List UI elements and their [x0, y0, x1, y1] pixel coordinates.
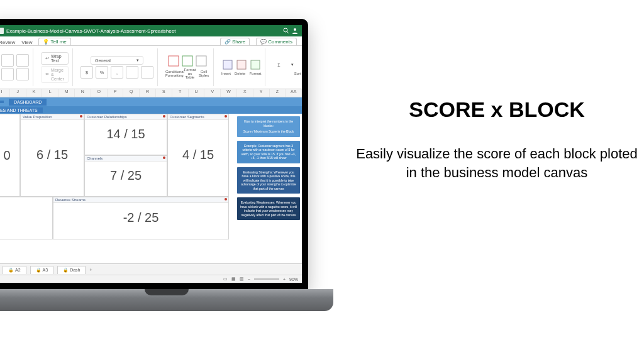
col-h[interactable]: M [58, 89, 75, 97]
column-headers[interactable]: IJKLMNOPQRSTUVWXYZAA [0, 89, 302, 97]
block-value-proposition[interactable]: Value Proposition 6 / 15 [20, 114, 84, 197]
comma-button[interactable]: , [111, 66, 123, 79]
tab-view[interactable]: View [21, 40, 32, 45]
wrap-icon: ↩ [45, 56, 49, 61]
col-h[interactable]: X [237, 89, 253, 97]
note-text: Score / Maximum Score in the Block [240, 129, 297, 134]
tellme-search[interactable]: 💡 Tell me [38, 38, 70, 45]
sheet-tab-dash[interactable]: 🔒Dash [57, 266, 86, 274]
excel-icon [0, 28, 4, 34]
block-customer-relationships[interactable]: Customer Relationships 14 / 15 [84, 114, 167, 155]
comments-button[interactable]: 💬 Comments [256, 38, 297, 45]
col-h[interactable]: R [140, 89, 156, 97]
percent-button[interactable]: % [96, 66, 108, 79]
zoom-out-button[interactable]: − [248, 277, 250, 282]
col-h[interactable]: Z [270, 89, 286, 97]
search-icon[interactable] [283, 28, 289, 34]
cond-label: Conditional Formatting [165, 70, 182, 77]
block-header: Revenue Streams [53, 197, 228, 203]
canvas-area: 0 Value Proposition 6 / 15 Customer Rela… [0, 114, 302, 239]
svg-rect-6 [196, 56, 206, 66]
svg-line-2 [287, 31, 289, 33]
increase-decimal-button[interactable] [141, 66, 153, 79]
col-h[interactable]: Y [253, 89, 270, 97]
text-group: ↩Wrap Text ⬌Merge & Center [37, 48, 73, 86]
insert-button[interactable] [222, 59, 233, 70]
clear-button[interactable]: ✕ [301, 59, 302, 70]
laptop-bezel: Example-Business-Model-Canvas-SWOT-Analy… [0, 19, 308, 289]
view-normal-button[interactable]: ▭ [223, 277, 228, 282]
format-cells-button[interactable] [250, 59, 261, 70]
fill-button[interactable]: ▾ [287, 59, 298, 70]
titlebar: Example-Business-Model-Canvas-SWOT-Analy… [0, 25, 302, 36]
col-h[interactable]: Q [123, 89, 140, 97]
delete-button[interactable] [236, 59, 247, 70]
comments-label: Comments [268, 39, 292, 45]
number-group: General▾ $ % , [77, 48, 158, 86]
col-h[interactable]: L [42, 89, 58, 97]
col-h[interactable]: V [204, 89, 221, 97]
block-header: Value Proposition [21, 114, 84, 120]
add-sheet-button[interactable]: + [89, 268, 92, 272]
zoom-slider[interactable] [254, 278, 279, 280]
dash-tab-dashboard[interactable]: DASHBOARD [9, 99, 47, 106]
col-h[interactable]: P [108, 89, 124, 97]
merge-icon: ⬌ [45, 72, 49, 77]
align-bottom-button[interactable] [1, 68, 14, 80]
col-h[interactable]: O [91, 89, 108, 97]
col-h[interactable]: J [10, 89, 26, 97]
col-h[interactable]: AA [286, 89, 302, 97]
format-table-button[interactable] [182, 55, 193, 67]
share-icon: 🔗 [225, 39, 231, 45]
svg-rect-7 [223, 60, 232, 69]
block-revenue-streams[interactable]: Revenue Streams -2 / 25 [53, 197, 229, 239]
zoom-value[interactable]: 90% [289, 277, 298, 282]
autosum-button[interactable]: Σ [273, 59, 284, 70]
share-label: Share [232, 39, 245, 45]
comment-indicator-icon [225, 115, 227, 118]
subtab-threats[interactable]: IES AND THREATS [0, 107, 43, 113]
col-h[interactable]: N [75, 89, 91, 97]
svg-rect-9 [251, 60, 260, 69]
share-button[interactable]: 🔗 Share [220, 38, 250, 45]
decrease-decimal-button[interactable] [126, 66, 138, 79]
block-partial[interactable]: 0 [0, 114, 20, 197]
laptop-mockup: Example-Business-Model-Canvas-SWOT-Analy… [0, 19, 340, 314]
col-h[interactable]: T [172, 89, 189, 97]
outdent-button[interactable] [16, 68, 29, 80]
tab-review[interactable]: Review [0, 40, 15, 45]
block-customer-segments[interactable]: Customer Segments 4 / 15 [167, 114, 229, 197]
merge-center-button[interactable]: ⬌Merge & Center [41, 66, 69, 83]
sheet-tab-a3[interactable]: 🔒A3 [30, 266, 54, 274]
zoom-in-button[interactable]: + [283, 277, 286, 282]
block-channels[interactable]: Channels 7 / 25 [84, 155, 167, 197]
view-layout-button[interactable]: ▦ [231, 277, 236, 282]
wrap-text-button[interactable]: ↩Wrap Text [41, 52, 69, 65]
sheet-label: A3 [43, 268, 48, 272]
indent-button[interactable] [16, 54, 29, 67]
col-h[interactable]: U [189, 89, 205, 97]
bmc-grid: 0 Value Proposition 6 / 15 Customer Rela… [0, 114, 235, 239]
col-h[interactable]: S [156, 89, 172, 97]
align-left-button[interactable] [1, 54, 14, 67]
align-group [0, 48, 33, 86]
tellme-label: Tell me [50, 39, 66, 45]
lock-icon: 🔒 [8, 268, 14, 273]
user-icon[interactable] [292, 28, 298, 34]
status-bar: ▭ ▦ ▥ − + 90% [0, 275, 302, 283]
block-value: 0 [0, 114, 19, 196]
view-break-button[interactable]: ▥ [240, 277, 244, 282]
block-bottom-left[interactable] [0, 197, 53, 239]
col-h[interactable]: K [26, 89, 43, 97]
currency-button[interactable]: $ [80, 66, 93, 79]
col-h[interactable]: W [221, 89, 237, 97]
sheet-tab-a2[interactable]: 🔒A2 [3, 266, 26, 274]
block-header: Customer Segments [168, 114, 228, 120]
cond-format-button[interactable] [168, 55, 179, 67]
number-format-dropdown[interactable]: General▾ [91, 56, 143, 65]
dash-tab-1[interactable] [0, 101, 4, 103]
cell-styles-button[interactable] [196, 55, 207, 67]
spreadsheet-app: Example-Business-Model-Canvas-SWOT-Analy… [0, 25, 302, 283]
editing-group: Σ ▾ ✕ 🔍 Sort & Filter Find & Select [269, 48, 302, 86]
col-h[interactable]: I [0, 89, 10, 97]
